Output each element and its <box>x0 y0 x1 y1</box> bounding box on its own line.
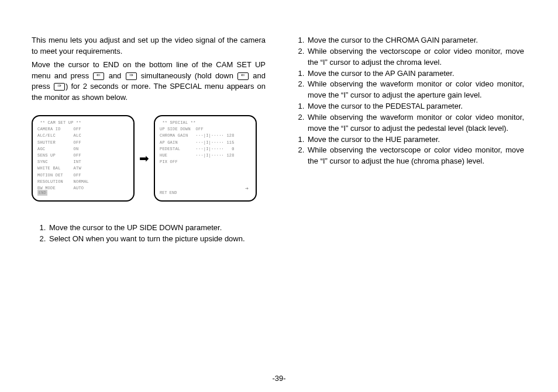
screen1-text: ** CAM SET UP ** CAMERA ID OFF ALC/ELC A… <box>33 116 133 192</box>
screen1-end: END <box>37 190 47 196</box>
screen2-text: ** SPECIAL ** UP SIDE DOWN OFF CHROMA GA… <box>155 116 256 165</box>
intro2-d: ) for 2 seconds or more. The SPECIAL men… <box>32 82 266 102</box>
chroma-steps: Move the cursor to the CHROMA GAIN param… <box>290 35 524 68</box>
hue-step-1: Move the cursor to the HUE parameter. <box>306 134 524 145</box>
page-number: -39- <box>0 374 558 383</box>
intro2-b: simultaneously (hold down <box>137 71 237 80</box>
chroma-step-1: Move the cursor to the CHROMA GAIN param… <box>306 35 524 46</box>
chroma-step-2: While observing the vectorscope or color… <box>306 46 524 68</box>
mini-arrow-icon: ➔ <box>245 185 249 194</box>
right-arrow-button-icon <box>54 83 65 91</box>
arrow-right-icon: ➡ <box>139 152 149 164</box>
hue-step-2: While observing the vectorscope or color… <box>306 145 524 167</box>
hue-steps: Move the cursor to the HUE parameter. Wh… <box>290 134 524 168</box>
pedestal-step-1: Move the cursor to the PEDESTAL paramete… <box>306 101 524 112</box>
pedestal-steps: Move the cursor to the PEDESTAL paramete… <box>290 101 524 134</box>
upside-step-2: Select ON when you want to turn the pict… <box>48 234 266 245</box>
left-column: This menu lets you adjust and set up the… <box>32 35 266 245</box>
apgain-step-1: Move the cursor to the AP GAIN parameter… <box>306 68 524 79</box>
screen-special: ** SPECIAL ** UP SIDE DOWN OFF CHROMA GA… <box>154 115 257 202</box>
left-arrow-button-icon <box>93 72 104 80</box>
right-arrow-button-icon <box>126 72 137 80</box>
screen-cam-setup: ** CAM SET UP ** CAMERA ID OFF ALC/ELC A… <box>32 115 135 202</box>
pedestal-step-2: While observing the waveform monitor or … <box>306 112 524 134</box>
intro2-and: and <box>105 71 125 80</box>
upside-steps: Move the cursor to the UP SIDE DOWN para… <box>32 223 266 245</box>
apgain-step-2: While observing the waveform monitor or … <box>306 79 524 101</box>
apgain-steps: Move the cursor to the AP GAIN parameter… <box>290 68 524 102</box>
intro-para-1: This menu lets you adjust and set up the… <box>32 35 266 57</box>
left-arrow-button-icon <box>237 72 249 80</box>
right-column: Move the cursor to the CHROMA GAIN param… <box>290 35 524 245</box>
screen2-ret: RET END <box>160 190 177 196</box>
upside-step-1: Move the cursor to the UP SIDE DOWN para… <box>48 223 266 234</box>
screens-row: ** CAM SET UP ** CAMERA ID OFF ALC/ELC A… <box>32 115 266 202</box>
intro-para-2: Move the cursor to END on the bottom lin… <box>32 60 266 103</box>
